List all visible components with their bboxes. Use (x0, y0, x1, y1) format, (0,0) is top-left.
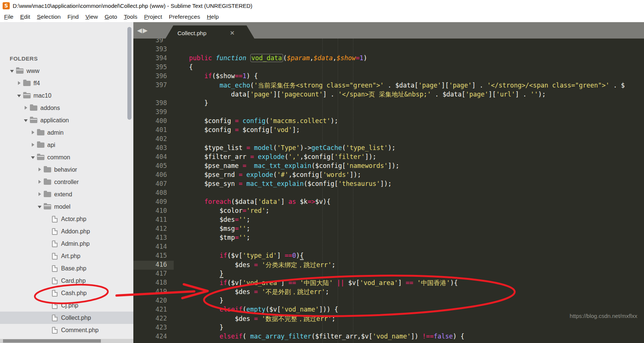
expand-triangle-icon[interactable] (24, 118, 29, 123)
tree-item-actor-php[interactable]: Actor.php (0, 213, 133, 225)
collapse-triangle-icon[interactable] (37, 180, 43, 184)
tree-item-admin[interactable]: admin (0, 126, 133, 139)
code-line-413: 413 $tmp=''; (133, 234, 644, 243)
code-line-403: 403 $type_list = model('Type')->getCache… (133, 144, 644, 153)
menu-help[interactable]: Help (204, 12, 222, 21)
sidebar: FOLDERS wwwff4mac10addonsapplicationadmi… (0, 22, 133, 343)
tab-nav-arrows[interactable]: ◀▶ (137, 27, 148, 34)
expand-triangle-icon[interactable] (31, 155, 36, 160)
code-text: $msg=''; (174, 225, 250, 234)
menu-view[interactable]: View (82, 12, 101, 21)
code-line-408: 408 (133, 189, 644, 198)
tree-item-admin-php[interactable]: Admin.php (0, 238, 133, 250)
expander-spacer (44, 217, 50, 221)
collapse-triangle-icon[interactable] (17, 81, 22, 86)
tree-item-comment-php[interactable]: Comment.php (0, 324, 133, 336)
tree-item-application[interactable]: application (0, 114, 133, 126)
collapse-triangle-icon[interactable] (37, 168, 43, 172)
file-icon (52, 228, 58, 235)
code-text: $tmp=''; (174, 234, 250, 243)
title-bar: S D:\www\mac10\application\common\model\… (0, 0, 644, 11)
expand-triangle-icon[interactable] (10, 69, 15, 73)
line-number: 406 (133, 171, 174, 180)
folder-icon (37, 130, 44, 135)
menu-selection[interactable]: Selection (34, 12, 64, 21)
tree-item-label: Actor.php (61, 216, 87, 223)
tree-item-api[interactable]: api (0, 139, 133, 151)
tab-label[interactable]: Collect.php (177, 30, 207, 37)
tree-item-label: model (54, 203, 71, 210)
tree-item-behavior[interactable]: behavior (0, 163, 133, 176)
sidebar-horizontal-scrollbar[interactable] (0, 339, 133, 343)
file-icon (52, 278, 58, 284)
tree-item-cj-php[interactable]: Cj.php (0, 299, 133, 312)
line-number: 419 (133, 288, 174, 297)
editor-pane: ◀▶ Collect.php × 392 }393394 public func… (133, 22, 644, 343)
tree-item-label: extend (54, 191, 72, 198)
folder-icon (23, 93, 31, 98)
line-number: 393 (133, 45, 174, 54)
menu-find[interactable]: Find (64, 12, 82, 21)
code-line-418: 418 if($v['vod_area'] == '中国大陆' || $v['v… (133, 279, 644, 288)
line-number: 408 (133, 189, 174, 198)
tree-item-ff4[interactable]: ff4 (0, 77, 133, 89)
sidebar-horizontal-scrollbar-thumb[interactable] (3, 339, 101, 343)
line-number: 407 (133, 180, 174, 189)
expander-spacer (44, 303, 50, 308)
line-number: 417 (133, 270, 174, 279)
line-number: 403 (133, 144, 174, 153)
tab-collect-php[interactable]: Collect.php × (162, 25, 258, 45)
line-number: 401 (133, 126, 174, 135)
file-icon (52, 290, 58, 297)
tree-item-addon-php[interactable]: Addon.php (0, 225, 133, 238)
tree-item-base-php[interactable]: Base.php (0, 262, 133, 275)
code-line-401: 401 $config = $config['vod']; (133, 126, 644, 135)
line-number: 398 (133, 99, 174, 108)
sidebar-vertical-scrollbar[interactable] (127, 27, 131, 120)
line-number: 404 (133, 153, 174, 162)
tree-item-addons[interactable]: addons (0, 102, 133, 114)
menu-file[interactable]: File (1, 12, 17, 21)
folder-icon (44, 204, 51, 209)
file-icon (52, 216, 58, 223)
tree-item-model[interactable]: model (0, 200, 133, 213)
tree-item-collect-php[interactable]: Collect.php (0, 312, 133, 324)
menu-project[interactable]: Project (141, 12, 165, 21)
code-line-402: 402 (133, 135, 644, 144)
menu-edit[interactable]: Edit (17, 12, 34, 21)
line-number: 397 (133, 81, 174, 90)
tree-item-label: Base.php (61, 265, 87, 272)
collapse-triangle-icon[interactable] (31, 143, 36, 147)
menu-bar: FileEditSelectionFindViewGotoToolsProjec… (0, 11, 644, 22)
line-number (133, 90, 174, 99)
tree-item-label: Art.php (61, 253, 81, 260)
expand-triangle-icon[interactable] (17, 94, 22, 98)
menu-tools[interactable]: Tools (121, 12, 141, 21)
expander-spacer (44, 291, 50, 295)
tree-item-card-php[interactable]: Card.php (0, 275, 133, 287)
tree-item-mac10[interactable]: mac10 (0, 89, 133, 102)
nav-back-icon[interactable]: ◀ (137, 27, 143, 34)
tab-close-icon[interactable]: × (230, 29, 235, 36)
code-text: mac_echo('当前采集任务<strong class="green">' … (174, 81, 625, 90)
tree-item-art-php[interactable]: Art.php (0, 250, 133, 262)
code-text: } (174, 270, 223, 279)
line-number: 411 (133, 216, 174, 225)
code-text: foreach($data['data'] as $k=>$v){ (174, 198, 331, 207)
tree-item-extend[interactable]: extend (0, 188, 133, 200)
line-number: 395 (133, 63, 174, 72)
code-line-396: 396 if($show==1) { (133, 72, 644, 81)
tree-item-www[interactable]: www (0, 65, 133, 77)
folder-icon (44, 167, 51, 172)
tree-item-controller[interactable]: controller (0, 176, 133, 188)
expand-triangle-icon[interactable] (37, 205, 43, 209)
collapse-triangle-icon[interactable] (37, 192, 43, 197)
tree-item-common[interactable]: common (0, 151, 133, 163)
nav-forward-icon[interactable]: ▶ (143, 27, 148, 34)
tree-item-cash-php[interactable]: Cash.php (0, 287, 133, 299)
line-number: 409 (133, 198, 174, 207)
collapse-triangle-icon[interactable] (31, 131, 36, 135)
menu-goto[interactable]: Goto (101, 12, 121, 21)
collapse-triangle-icon[interactable] (24, 106, 29, 110)
menu-preferences[interactable]: Preferences (165, 12, 204, 21)
